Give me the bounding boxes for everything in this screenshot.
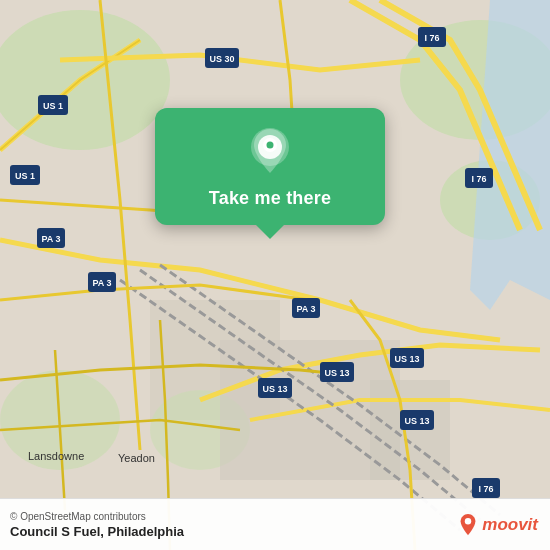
svg-text:US 30: US 30	[209, 54, 234, 64]
map-svg: US 1 US 1 US 30 I 76 I 76 I 76 PA 3 PA 3…	[0, 0, 550, 550]
svg-text:US 13: US 13	[324, 368, 349, 378]
svg-text:US 1: US 1	[43, 101, 63, 111]
svg-point-40	[267, 142, 274, 149]
copyright-text: © OpenStreetMap contributors	[10, 511, 184, 522]
svg-text:US 13: US 13	[404, 416, 429, 426]
svg-text:PA 3: PA 3	[41, 234, 60, 244]
svg-text:I 76: I 76	[478, 484, 493, 494]
svg-text:Yeadon: Yeadon	[118, 452, 155, 464]
svg-text:US 13: US 13	[394, 354, 419, 364]
take-me-there-label: Take me there	[209, 188, 331, 209]
svg-text:US 1: US 1	[15, 171, 35, 181]
svg-point-41	[465, 518, 471, 524]
bottom-left: © OpenStreetMap contributors Council S F…	[10, 511, 184, 539]
svg-text:PA 3: PA 3	[92, 278, 111, 288]
bottom-bar: © OpenStreetMap contributors Council S F…	[0, 498, 550, 550]
svg-text:US 13: US 13	[262, 384, 287, 394]
moovit-pin-icon	[458, 513, 478, 537]
svg-text:Lansdowne: Lansdowne	[28, 450, 84, 462]
location-pin-icon	[244, 126, 296, 178]
location-card[interactable]: Take me there	[155, 108, 385, 225]
moovit-brand-text: moovit	[482, 515, 538, 535]
svg-text:I 76: I 76	[424, 33, 439, 43]
svg-text:I 76: I 76	[471, 174, 486, 184]
location-name: Council S Fuel, Philadelphia	[10, 524, 184, 539]
map-container: US 1 US 1 US 30 I 76 I 76 I 76 PA 3 PA 3…	[0, 0, 550, 550]
svg-text:PA 3: PA 3	[296, 304, 315, 314]
moovit-logo: moovit	[458, 513, 538, 537]
